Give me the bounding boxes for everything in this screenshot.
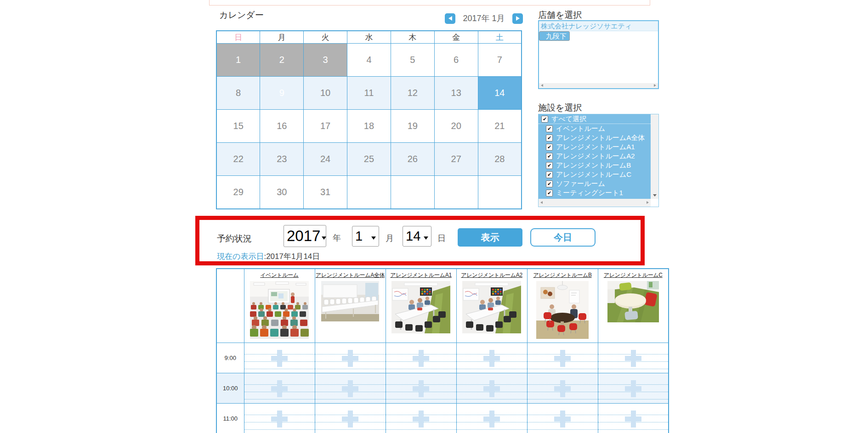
add-reservation-plus-icon[interactable]: [483, 380, 500, 397]
day-select[interactable]: 14: [403, 226, 431, 247]
checkbox-checked-icon[interactable]: ✔: [546, 162, 553, 169]
checkbox-checked-icon[interactable]: ✔: [546, 190, 553, 197]
calendar-day-cell[interactable]: 13: [434, 77, 478, 110]
year-select[interactable]: 2017: [284, 225, 326, 247]
facility-vertical-scrollbar[interactable]: [651, 114, 658, 199]
calendar-day-cell[interactable]: 11: [347, 77, 391, 110]
facility-list-item[interactable]: ✔アレンジメントルームB: [539, 161, 651, 170]
calendar-day-cell[interactable]: 5: [391, 44, 434, 77]
facility-item-label: アレンジメントルームA1: [556, 143, 635, 152]
month-select[interactable]: 1: [352, 226, 379, 247]
facility-select-title: 施設を選択: [538, 102, 582, 114]
calendar-day-cell[interactable]: 18: [347, 110, 391, 143]
facility-list-item[interactable]: ✔ソファールーム: [539, 179, 651, 188]
facility-list-item[interactable]: ✔アレンジメントルームA全体: [539, 133, 651, 142]
add-reservation-plus-icon[interactable]: [554, 380, 571, 397]
facility-list-item[interactable]: ✔アレンジメントルームC: [539, 170, 651, 179]
schedule-slot-cell: [456, 343, 527, 373]
weekday-header-sat: 土: [478, 31, 522, 44]
add-reservation-plus-icon[interactable]: [271, 411, 288, 427]
calendar-day-cell[interactable]: 22: [216, 143, 260, 176]
show-button[interactable]: 表示: [458, 228, 522, 247]
add-reservation-plus-icon[interactable]: [483, 411, 500, 427]
calendar-day-cell[interactable]: 19: [391, 110, 434, 143]
calendar-day-cell[interactable]: 8: [216, 77, 260, 110]
prev-month-button[interactable]: [445, 13, 455, 24]
add-reservation-plus-icon[interactable]: [271, 350, 288, 367]
room-link[interactable]: アレンジメントルームA全体: [316, 272, 385, 278]
add-reservation-plus-icon[interactable]: [413, 380, 429, 397]
checkbox-checked-icon[interactable]: ✔: [546, 171, 553, 178]
room-header-cell: アレンジメントルームA全体: [315, 269, 386, 343]
calendar-day-cell[interactable]: 27: [434, 143, 478, 176]
room-link[interactable]: アレンジメントルームC: [604, 272, 663, 278]
schedule-slot-cell: [598, 404, 669, 433]
calendar-day-cell[interactable]: 28: [478, 143, 522, 176]
calendar-day-cell[interactable]: 23: [260, 143, 304, 176]
weekday-header-weekday: 水: [347, 31, 391, 44]
calendar-day-cell[interactable]: 25: [347, 143, 391, 176]
add-reservation-plus-icon[interactable]: [342, 411, 358, 427]
current-display-date-value: :2017年1月14日: [264, 252, 320, 261]
add-reservation-plus-icon[interactable]: [413, 350, 429, 367]
calendar-day-cell[interactable]: 10: [304, 77, 347, 110]
calendar-day-cell[interactable]: 26: [391, 143, 434, 176]
facility-list-item[interactable]: ✔アレンジメントルームA2: [539, 152, 651, 161]
add-reservation-plus-icon[interactable]: [625, 411, 641, 427]
facility-item-label: アレンジメントルームB: [556, 161, 631, 170]
calendar-day-cell[interactable]: 2: [260, 44, 304, 77]
calendar-day-cell[interactable]: 1: [216, 44, 260, 77]
checkbox-checked-icon[interactable]: ✔: [546, 180, 553, 187]
calendar-day-cell[interactable]: 7: [478, 44, 522, 77]
add-reservation-plus-icon[interactable]: [342, 350, 358, 367]
calendar-day-cell[interactable]: 17: [304, 110, 347, 143]
add-reservation-plus-icon[interactable]: [554, 411, 571, 427]
checkbox-checked-icon[interactable]: ✔: [541, 116, 548, 123]
today-button[interactable]: 今日: [530, 228, 596, 247]
calendar-day-cell[interactable]: 15: [216, 110, 260, 143]
calendar-day-cell[interactable]: 24: [304, 143, 347, 176]
room-link[interactable]: アレンジメントルームB: [533, 272, 591, 278]
calendar-day-cell[interactable]: 16: [260, 110, 304, 143]
calendar-day-cell[interactable]: 21: [478, 110, 522, 143]
next-month-button[interactable]: [512, 13, 523, 24]
calendar-day-cell[interactable]: 30: [260, 176, 304, 209]
checkbox-checked-icon[interactable]: ✔: [546, 153, 553, 160]
calendar-day-cell[interactable]: 4: [347, 44, 391, 77]
add-reservation-plus-icon[interactable]: [342, 380, 358, 397]
month-label: 2017年 1月: [463, 13, 505, 24]
room-link[interactable]: イベントルーム: [260, 272, 299, 278]
calendar-day-cell[interactable]: 31: [304, 176, 347, 209]
checkbox-checked-icon[interactable]: ✔: [546, 125, 553, 132]
add-reservation-plus-icon[interactable]: [625, 380, 641, 397]
calendar-day-cell[interactable]: 12: [391, 77, 434, 110]
add-reservation-plus-icon[interactable]: [554, 350, 571, 367]
scrollbar-corner: [651, 199, 658, 207]
room-link[interactable]: アレンジメントルームA2: [461, 272, 522, 278]
store-horizontal-scrollbar[interactable]: [539, 83, 658, 88]
calendar-day-cell[interactable]: 9: [260, 77, 304, 110]
add-reservation-plus-icon[interactable]: [271, 380, 288, 397]
facility-list-item[interactable]: ✔アレンジメントルームA1: [539, 142, 651, 152]
calendar-day-cell[interactable]: 20: [434, 110, 478, 143]
facility-list-item[interactable]: ✔ミーティングシート1: [539, 188, 651, 197]
add-reservation-plus-icon[interactable]: [625, 350, 641, 367]
room-photo-a1: [462, 281, 521, 333]
calendar-day-cell[interactable]: 29: [216, 176, 260, 209]
room-link[interactable]: アレンジメントルームA1: [390, 272, 452, 278]
store-list-item[interactable]: 株式会社ナレッジソサエティ: [539, 21, 658, 31]
facility-listbox[interactable]: ✔すべて選択✔イベントルーム✔アレンジメントルームA全体✔アレンジメントルームA…: [538, 114, 659, 207]
facility-select-all-item[interactable]: ✔すべて選択: [539, 114, 651, 124]
calendar-day-cell[interactable]: 14: [478, 77, 522, 110]
calendar-day-cell[interactable]: 3: [304, 44, 347, 77]
checkbox-checked-icon[interactable]: ✔: [546, 144, 553, 151]
facility-horizontal-scrollbar[interactable]: [539, 199, 651, 207]
store-list-item[interactable]: 九段下: [539, 31, 570, 41]
calendar-day-cell[interactable]: 6: [434, 44, 478, 77]
year-unit-label: 年: [333, 232, 341, 243]
add-reservation-plus-icon[interactable]: [483, 350, 500, 367]
checkbox-checked-icon[interactable]: ✔: [546, 135, 553, 141]
add-reservation-plus-icon[interactable]: [413, 411, 429, 427]
store-listbox[interactable]: 株式会社ナレッジソサエティ九段下: [538, 20, 659, 89]
facility-list-item[interactable]: ✔イベントルーム: [539, 124, 651, 133]
